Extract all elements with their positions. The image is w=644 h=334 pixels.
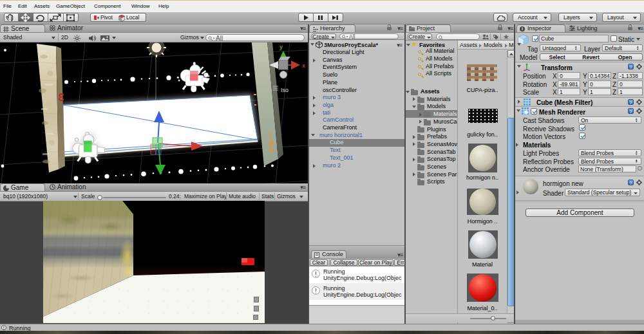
svg-text:y: y <box>279 44 283 50</box>
svg-text:3: 3 <box>59 91 64 104</box>
svg-text:Iso: Iso <box>281 87 289 93</box>
svg-text:x: x <box>302 62 305 69</box>
